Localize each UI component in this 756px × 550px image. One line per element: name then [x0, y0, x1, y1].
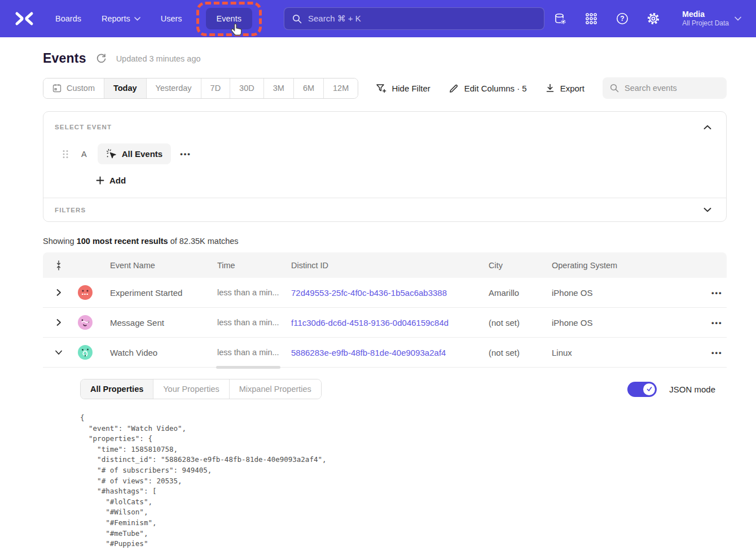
- filter-funnel-icon: [376, 83, 386, 94]
- chevron-up-icon: [704, 125, 711, 130]
- date-range-6m[interactable]: 6M: [293, 78, 323, 98]
- nav-item-users[interactable]: Users: [161, 14, 182, 23]
- export-button[interactable]: Export: [545, 83, 584, 93]
- global-search-placeholder: Search ⌘ + K: [308, 14, 361, 24]
- distinct-id-link[interactable]: f11c30d6-dc6d-4518-9136-0d046159c84d: [291, 318, 449, 328]
- cell-event-name: Watch Video: [106, 348, 213, 357]
- hide-filter-label: Hide Filter: [392, 84, 430, 93]
- cell-city: (not set): [485, 348, 548, 357]
- add-event-label: Add: [109, 176, 126, 185]
- project-selector[interactable]: Media All Project Data: [682, 10, 741, 28]
- calendar-icon: [52, 84, 61, 93]
- collapse-row-button[interactable]: [52, 346, 65, 359]
- chevron-right-icon: [54, 317, 64, 328]
- date-range-30d[interactable]: 30D: [230, 78, 263, 98]
- collapse-select-event-button[interactable]: [704, 121, 715, 133]
- edit-columns-label: Edit Columns · 5: [464, 84, 527, 93]
- navbar-utilities: ? Media All Project Data: [553, 10, 741, 28]
- date-range-12m[interactable]: 12M: [323, 78, 358, 98]
- date-range-yesterday[interactable]: Yesterday: [146, 78, 201, 98]
- table-header: Event Name Time Distinct ID City Operati…: [43, 252, 727, 278]
- nav-label-reports: Reports: [102, 14, 130, 23]
- expand-row-button[interactable]: [52, 286, 65, 299]
- pencil-icon: [449, 83, 459, 94]
- event-selector-button[interactable]: All Events: [98, 143, 172, 164]
- col-header-distinct-id[interactable]: Distinct ID: [287, 261, 485, 270]
- edit-columns-button[interactable]: Edit Columns · 5: [449, 83, 527, 94]
- export-label: Export: [560, 84, 584, 93]
- horizontal-scrollbar-thumb[interactable]: [216, 366, 280, 369]
- cell-time: less than a min...: [213, 318, 287, 327]
- apps-grid-icon[interactable]: [584, 12, 598, 25]
- date-range-control: Custom Today Yesterday 7D 30D 3M 6M 12M: [43, 78, 358, 99]
- chevron-right-icon: [54, 287, 64, 298]
- search-events-input[interactable]: Search events: [603, 77, 727, 99]
- col-header-time[interactable]: Time: [213, 261, 287, 270]
- cell-os: iPhone OS: [548, 318, 669, 328]
- expand-filters-button[interactable]: [704, 204, 715, 216]
- tab-your-properties[interactable]: Your Properties: [153, 379, 228, 399]
- check-icon: [646, 386, 653, 392]
- data-management-icon[interactable]: [553, 12, 567, 25]
- chevron-down-icon: [704, 207, 711, 212]
- chevron-down-icon: [54, 347, 64, 357]
- filters-label: FILTERS: [55, 207, 86, 213]
- results-summary: Showing 100 most recent results of 82.35…: [43, 237, 727, 246]
- cell-event-name: Experiment Started: [106, 288, 213, 298]
- event-more-button[interactable]: •••: [180, 150, 191, 158]
- date-range-3m[interactable]: 3M: [263, 78, 293, 98]
- events-nav-annotated: Events: [206, 8, 252, 29]
- date-range-7d[interactable]: 7D: [201, 78, 230, 98]
- toggle-knob: [643, 383, 655, 395]
- refresh-icon[interactable]: [96, 53, 107, 64]
- date-range-today[interactable]: Today: [104, 78, 146, 98]
- nav-item-events[interactable]: Events: [206, 8, 252, 29]
- date-range-custom[interactable]: Custom: [43, 78, 104, 98]
- cell-os: iPhone OS: [548, 288, 669, 298]
- col-header-city[interactable]: City: [485, 261, 548, 270]
- event-avatar: [78, 315, 93, 330]
- date-range-label: Custom: [67, 84, 95, 93]
- sort-icon[interactable]: [53, 260, 64, 271]
- nav-label-boards: Boards: [55, 14, 81, 23]
- tab-all-properties[interactable]: All Properties: [81, 379, 153, 399]
- help-icon[interactable]: ?: [616, 12, 629, 25]
- row-more-button[interactable]: •••: [711, 318, 723, 327]
- results-summary-suffix: of 82.35K matches: [170, 237, 239, 246]
- last-updated-text: Updated 3 minutes ago: [116, 54, 201, 63]
- col-header-event-name[interactable]: Event Name: [106, 261, 213, 270]
- results-summary-count: 100 most recent results: [77, 237, 168, 246]
- chevron-down-icon: [735, 16, 741, 21]
- search-icon: [292, 14, 302, 24]
- settings-gear-icon[interactable]: [647, 12, 660, 25]
- cell-city: (not set): [485, 318, 548, 328]
- json-mode-label: JSON mode: [669, 385, 715, 394]
- date-range-label: Today: [113, 84, 137, 93]
- mixpanel-logo[interactable]: [15, 11, 34, 26]
- event-sparkle-cursor-icon: [106, 149, 117, 159]
- search-events-placeholder: Search events: [625, 84, 677, 93]
- global-search-input[interactable]: Search ⌘ + K: [284, 7, 544, 30]
- drag-handle-icon[interactable]: [62, 150, 69, 159]
- hide-filter-button[interactable]: Hide Filter: [376, 83, 430, 94]
- nav-item-reports[interactable]: Reports: [102, 14, 140, 23]
- properties-tabs: All Properties Your Properties Mixpanel …: [80, 379, 322, 399]
- col-header-operating-system[interactable]: Operating System: [548, 261, 669, 270]
- tab-mixpanel-properties[interactable]: Mixpanel Properties: [229, 379, 321, 399]
- nav-item-boards[interactable]: Boards: [55, 14, 81, 23]
- row-more-button[interactable]: •••: [711, 289, 723, 297]
- filters-section[interactable]: FILTERS: [43, 198, 726, 221]
- json-mode-toggle[interactable]: [627, 382, 657, 397]
- distinct-id-link[interactable]: 5886283e-e9fb-48fb-81de-40e9093a2af4: [291, 348, 446, 357]
- expand-row-button[interactable]: [52, 316, 65, 329]
- add-event-button[interactable]: Add: [96, 176, 126, 185]
- cell-city: Amarillo: [485, 288, 548, 298]
- row-more-button[interactable]: •••: [711, 348, 723, 357]
- toolbar-actions: Hide Filter Edit Columns · 5 Export: [376, 77, 727, 99]
- distinct-id-link[interactable]: 72d49553-25fc-4f0c-b436-1b5ac6ab3388: [291, 288, 447, 298]
- cell-time: less than a min...: [213, 288, 287, 297]
- table-row: Message Sent less than a min... f11c30d6…: [43, 308, 727, 338]
- project-name: Media: [682, 10, 729, 19]
- avatar-face: [78, 285, 93, 300]
- download-icon: [545, 83, 555, 93]
